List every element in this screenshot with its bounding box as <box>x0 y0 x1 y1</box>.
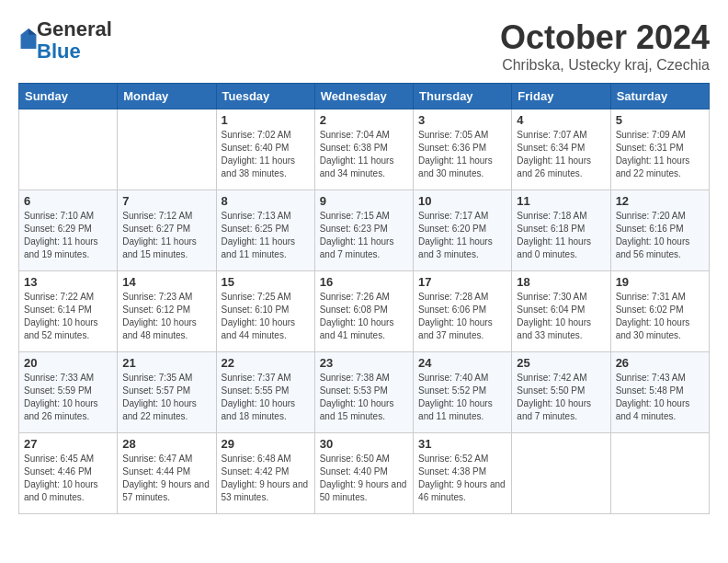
day-info: Sunrise: 7:10 AM Sunset: 6:29 PM Dayligh… <box>24 210 112 261</box>
calendar-day-cell: 21Sunrise: 7:35 AM Sunset: 5:57 PM Dayli… <box>118 352 216 433</box>
day-info: Sunrise: 7:13 AM Sunset: 6:25 PM Dayligh… <box>222 210 310 261</box>
calendar-day-cell: 23Sunrise: 7:38 AM Sunset: 5:53 PM Dayli… <box>314 352 413 433</box>
day-number: 13 <box>24 275 112 289</box>
day-info: Sunrise: 7:12 AM Sunset: 6:27 PM Dayligh… <box>122 210 210 261</box>
logo-general: General <box>37 17 112 40</box>
calendar-week-row: 13Sunrise: 7:22 AM Sunset: 6:14 PM Dayli… <box>19 271 710 352</box>
day-number: 21 <box>122 356 210 370</box>
logo-icon <box>20 29 37 49</box>
calendar-day-cell <box>610 433 709 514</box>
location: Chribska, Ustecky kraj, Czechia <box>500 57 710 74</box>
calendar-day-cell: 11Sunrise: 7:18 AM Sunset: 6:18 PM Dayli… <box>512 190 610 271</box>
day-number: 8 <box>222 194 310 208</box>
day-of-week-header: Sunday <box>19 84 118 109</box>
day-number: 23 <box>320 356 408 370</box>
calendar-day-cell: 4Sunrise: 7:07 AM Sunset: 6:34 PM Daylig… <box>512 109 610 190</box>
calendar-day-cell: 26Sunrise: 7:43 AM Sunset: 5:48 PM Dayli… <box>610 352 709 433</box>
day-info: Sunrise: 7:22 AM Sunset: 6:14 PM Dayligh… <box>24 291 112 342</box>
day-of-week-header: Monday <box>118 84 216 109</box>
day-number: 7 <box>122 194 210 208</box>
calendar-day-cell <box>19 109 118 190</box>
calendar-day-cell: 29Sunrise: 6:48 AM Sunset: 4:42 PM Dayli… <box>216 433 314 514</box>
day-number: 3 <box>418 113 506 127</box>
calendar-day-cell: 15Sunrise: 7:25 AM Sunset: 6:10 PM Dayli… <box>216 271 314 352</box>
day-of-week-header: Wednesday <box>314 84 413 109</box>
day-info: Sunrise: 7:18 AM Sunset: 6:18 PM Dayligh… <box>517 210 605 261</box>
calendar-day-cell: 6Sunrise: 7:10 AM Sunset: 6:29 PM Daylig… <box>19 190 118 271</box>
day-number: 11 <box>517 194 605 208</box>
day-number: 2 <box>320 113 408 127</box>
day-number: 27 <box>24 437 112 451</box>
day-of-week-header: Saturday <box>610 84 709 109</box>
day-number: 1 <box>222 113 310 127</box>
calendar-table: SundayMondayTuesdayWednesdayThursdayFrid… <box>18 83 710 514</box>
day-number: 5 <box>616 113 704 127</box>
day-number: 18 <box>517 275 605 289</box>
calendar-day-cell: 25Sunrise: 7:42 AM Sunset: 5:50 PM Dayli… <box>512 352 610 433</box>
calendar-day-cell <box>118 109 216 190</box>
calendar-week-row: 27Sunrise: 6:45 AM Sunset: 4:46 PM Dayli… <box>19 433 710 514</box>
day-info: Sunrise: 7:31 AM Sunset: 6:02 PM Dayligh… <box>616 291 704 342</box>
day-info: Sunrise: 6:47 AM Sunset: 4:44 PM Dayligh… <box>122 453 210 504</box>
day-info: Sunrise: 7:30 AM Sunset: 6:04 PM Dayligh… <box>517 291 605 342</box>
day-number: 14 <box>122 275 210 289</box>
day-info: Sunrise: 6:48 AM Sunset: 4:42 PM Dayligh… <box>222 453 310 504</box>
logo: General Blue <box>18 18 112 63</box>
day-number: 25 <box>517 356 605 370</box>
day-number: 26 <box>616 356 704 370</box>
day-number: 10 <box>418 194 506 208</box>
calendar-day-cell: 2Sunrise: 7:04 AM Sunset: 6:38 PM Daylig… <box>314 109 413 190</box>
day-number: 24 <box>418 356 506 370</box>
calendar-day-cell: 8Sunrise: 7:13 AM Sunset: 6:25 PM Daylig… <box>216 190 314 271</box>
day-number: 17 <box>418 275 506 289</box>
day-info: Sunrise: 7:42 AM Sunset: 5:50 PM Dayligh… <box>517 372 605 423</box>
day-info: Sunrise: 7:09 AM Sunset: 6:31 PM Dayligh… <box>616 129 704 180</box>
month-title: October 2024 <box>500 18 710 57</box>
day-info: Sunrise: 7:35 AM Sunset: 5:57 PM Dayligh… <box>122 372 210 423</box>
day-of-week-header: Thursday <box>414 84 512 109</box>
calendar-day-cell: 12Sunrise: 7:20 AM Sunset: 6:16 PM Dayli… <box>610 190 709 271</box>
day-number: 28 <box>122 437 210 451</box>
day-info: Sunrise: 7:38 AM Sunset: 5:53 PM Dayligh… <box>320 372 408 423</box>
day-info: Sunrise: 7:17 AM Sunset: 6:20 PM Dayligh… <box>418 210 506 261</box>
calendar-day-cell: 22Sunrise: 7:37 AM Sunset: 5:55 PM Dayli… <box>216 352 314 433</box>
calendar-day-cell: 31Sunrise: 6:52 AM Sunset: 4:38 PM Dayli… <box>414 433 512 514</box>
day-of-week-header: Tuesday <box>216 84 314 109</box>
day-info: Sunrise: 7:28 AM Sunset: 6:06 PM Dayligh… <box>418 291 506 342</box>
day-number: 19 <box>616 275 704 289</box>
day-info: Sunrise: 7:07 AM Sunset: 6:34 PM Dayligh… <box>517 129 605 180</box>
calendar-header-row: SundayMondayTuesdayWednesdayThursdayFrid… <box>19 84 710 109</box>
day-number: 16 <box>320 275 408 289</box>
day-number: 9 <box>320 194 408 208</box>
calendar-day-cell: 10Sunrise: 7:17 AM Sunset: 6:20 PM Dayli… <box>414 190 512 271</box>
day-info: Sunrise: 7:02 AM Sunset: 6:40 PM Dayligh… <box>222 129 310 180</box>
day-info: Sunrise: 7:05 AM Sunset: 6:36 PM Dayligh… <box>418 129 506 180</box>
title-block: October 2024 Chribska, Ustecky kraj, Cze… <box>500 18 710 74</box>
calendar-day-cell: 14Sunrise: 7:23 AM Sunset: 6:12 PM Dayli… <box>118 271 216 352</box>
day-info: Sunrise: 7:40 AM Sunset: 5:52 PM Dayligh… <box>418 372 506 423</box>
calendar-day-cell: 13Sunrise: 7:22 AM Sunset: 6:14 PM Dayli… <box>19 271 118 352</box>
day-info: Sunrise: 7:43 AM Sunset: 5:48 PM Dayligh… <box>616 372 704 423</box>
day-number: 12 <box>616 194 704 208</box>
day-number: 6 <box>24 194 112 208</box>
day-info: Sunrise: 6:45 AM Sunset: 4:46 PM Dayligh… <box>24 453 112 504</box>
day-number: 31 <box>418 437 506 451</box>
page-header: General Blue October 2024 Chribska, Uste… <box>18 18 710 74</box>
day-info: Sunrise: 7:15 AM Sunset: 6:23 PM Dayligh… <box>320 210 408 261</box>
day-info: Sunrise: 7:20 AM Sunset: 6:16 PM Dayligh… <box>616 210 704 261</box>
calendar-week-row: 1Sunrise: 7:02 AM Sunset: 6:40 PM Daylig… <box>19 109 710 190</box>
calendar-day-cell: 1Sunrise: 7:02 AM Sunset: 6:40 PM Daylig… <box>216 109 314 190</box>
day-number: 15 <box>222 275 310 289</box>
logo-blue: Blue <box>37 40 81 63</box>
calendar-week-row: 6Sunrise: 7:10 AM Sunset: 6:29 PM Daylig… <box>19 190 710 271</box>
day-number: 4 <box>517 113 605 127</box>
day-info: Sunrise: 6:50 AM Sunset: 4:40 PM Dayligh… <box>320 453 408 504</box>
day-of-week-header: Friday <box>512 84 610 109</box>
calendar-week-row: 20Sunrise: 7:33 AM Sunset: 5:59 PM Dayli… <box>19 352 710 433</box>
calendar-day-cell: 7Sunrise: 7:12 AM Sunset: 6:27 PM Daylig… <box>118 190 216 271</box>
calendar-day-cell: 9Sunrise: 7:15 AM Sunset: 6:23 PM Daylig… <box>314 190 413 271</box>
calendar-day-cell: 17Sunrise: 7:28 AM Sunset: 6:06 PM Dayli… <box>414 271 512 352</box>
calendar-day-cell: 28Sunrise: 6:47 AM Sunset: 4:44 PM Dayli… <box>118 433 216 514</box>
day-info: Sunrise: 7:23 AM Sunset: 6:12 PM Dayligh… <box>122 291 210 342</box>
calendar-day-cell: 19Sunrise: 7:31 AM Sunset: 6:02 PM Dayli… <box>610 271 709 352</box>
